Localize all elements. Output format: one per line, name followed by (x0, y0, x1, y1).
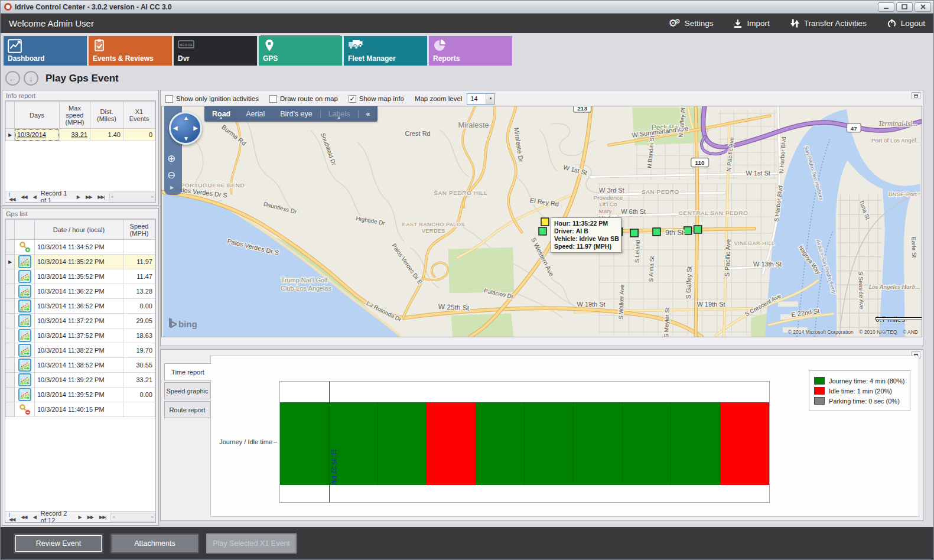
prev-record-button[interactable]: ◀ (32, 194, 37, 200)
last-record-button[interactable]: ▶▶| (96, 194, 105, 200)
gps-marker[interactable] (684, 227, 692, 235)
timeline-segment-journey (574, 402, 623, 486)
zoom-in-icon[interactable]: ⊕ (167, 154, 175, 164)
tooltip-line: Vehicle: idrive Van SB (554, 235, 618, 243)
next-record-button[interactable]: ▶ (77, 515, 83, 520)
fast-next-record-button[interactable]: ▶▶ (84, 194, 93, 200)
gps-marker[interactable] (539, 227, 546, 235)
gps-row[interactable]: 10/3/2014 11:38:52 PM30.55 (6, 358, 155, 373)
col-speed[interactable]: Speed (MPH) (123, 220, 155, 240)
map-style-labels[interactable]: Labels▲ (320, 110, 359, 118)
map-label: W 6th St (621, 208, 646, 215)
fast-next-record-button[interactable]: ▶▶ (86, 515, 95, 520)
footer-bar: Review EventAttachmentsPlay Selected X1 … (1, 527, 933, 559)
pan-down-icon[interactable]: ▼ (183, 135, 189, 142)
gps-marker[interactable] (653, 228, 660, 236)
info-report-row[interactable]: ▶ 10/3/2014 33.21 1.40 0 (6, 129, 155, 141)
app-window: Idrive Control Center - 3.0.2 version - … (0, 0, 934, 560)
map-style-road[interactable]: Road▲ (204, 110, 238, 118)
fast-prev-record-button[interactable]: ◀◀ (19, 515, 28, 520)
settings-button[interactable]: ⚙⚙ Settings (669, 18, 714, 28)
chevron-down-icon[interactable]: ▼ (486, 94, 494, 104)
minimize-button[interactable] (878, 2, 894, 12)
tab-route-report[interactable]: Route report (164, 401, 210, 418)
trucks-icon (347, 38, 363, 54)
svg-text:MERGE: MERGE (180, 43, 193, 47)
next-record-button[interactable]: ▶ (76, 194, 81, 200)
gps-row[interactable]: 10/3/2014 11:34:52 PM (6, 240, 155, 255)
gps-row[interactable]: 10/3/2014 11:37:22 PM29.05 (6, 314, 155, 328)
gps-marker[interactable] (541, 218, 549, 226)
tab-gps[interactable]: GPS (259, 36, 342, 66)
gps-row[interactable]: 10/3/2014 11:37:52 PM18.63 (6, 328, 155, 343)
tab-reports[interactable]: Reports (429, 36, 512, 66)
prev-record-button[interactable]: ◀ (32, 515, 37, 520)
checkbox-label: Show map info (359, 95, 404, 102)
record-scrollbar[interactable]: ◂▸ (109, 193, 155, 201)
down-button[interactable]: ↓ (24, 71, 38, 86)
map-label: CENTRAL SAN PEDRO (679, 210, 748, 216)
fast-prev-record-button[interactable]: ◀◀ (19, 194, 28, 200)
record-scrollbar[interactable]: ◂▸ (110, 513, 155, 522)
gps-point-icon (15, 299, 35, 314)
checkbox-box[interactable] (165, 95, 173, 103)
attachments-button[interactable]: Attachments (110, 533, 199, 554)
map-toolbar-collapse-button[interactable]: « (359, 110, 377, 118)
checkbox-box[interactable] (269, 95, 277, 103)
checkbox-draw-route-on-map[interactable]: Draw route on map (269, 95, 338, 103)
col-dist[interactable]: Dist. (Miles) (90, 102, 123, 129)
route-shield: 47 (847, 123, 861, 132)
pan-left-icon[interactable]: ◀ (173, 125, 178, 131)
maximize-button[interactable] (896, 2, 913, 12)
gps-row[interactable]: 10/3/2014 11:35:52 PM11.47 (6, 269, 155, 284)
tab-time-report[interactable]: Time report (164, 363, 211, 380)
gps-row[interactable]: ▶10/3/2014 11:35:22 PM11.97 (6, 255, 155, 269)
gps-row[interactable]: 10/3/2014 11:39:52 PM0.00 (6, 388, 155, 402)
pie-chart-icon (432, 38, 448, 54)
col-x1-events[interactable]: X1 Events (123, 102, 155, 129)
checkbox-show-only-ignition-activities[interactable]: Show only ignition activities (165, 95, 259, 103)
first-record-button[interactable]: |◀◀ (8, 512, 16, 522)
gps-marker[interactable] (630, 229, 638, 237)
map-label: Miraleste (458, 121, 489, 129)
gps-row[interactable]: 10/3/2014 11:39:22 PM33.21 (6, 373, 155, 388)
map[interactable]: 21311047 MiralesteCrest RdMiraleste DrBu… (161, 106, 922, 337)
gps-marker[interactable] (694, 226, 702, 233)
collapse-map-panel-button[interactable] (912, 92, 920, 99)
tab-fleet-manager[interactable]: Fleet Manager (344, 36, 427, 66)
zoom-out-icon[interactable]: ⊖ (167, 170, 175, 180)
checkbox-show-map-info[interactable]: ✓Show map info (349, 95, 404, 103)
review-event-button[interactable]: Review Event (14, 533, 103, 554)
gps-speed (123, 240, 155, 255)
map-compass-control[interactable]: ▲ ▼ ◀ ▶ (169, 112, 202, 145)
map-style-bird-s-eye[interactable]: Bird's eye (272, 110, 320, 118)
strip-expand-icon[interactable]: ▶ (170, 185, 174, 190)
col-max-speed[interactable]: Max speed (MPH) (60, 102, 90, 129)
col-days[interactable]: Days (15, 102, 60, 129)
back-button[interactable]: ← (5, 71, 20, 86)
gps-row[interactable]: 10/3/2014 11:40:15 PM (6, 402, 155, 417)
pan-right-icon[interactable]: ▶ (193, 125, 198, 131)
gps-row[interactable]: 10/3/2014 11:36:22 PM13.28 (6, 284, 155, 299)
col-datetime[interactable]: Date / hour (local) (35, 220, 123, 240)
tab-label: Dvr (178, 54, 190, 63)
logout-button[interactable]: Logout (887, 18, 925, 28)
pan-up-icon[interactable]: ▲ (183, 115, 189, 121)
map-zoom-level-select[interactable]: 14▼ (467, 93, 495, 105)
first-record-button[interactable]: |◀◀ (8, 191, 16, 202)
tab-dvr[interactable]: MERGEDvr (174, 36, 257, 66)
tab-label: Reports (433, 54, 460, 63)
transfer-activities-button[interactable]: Transfer Activities (790, 18, 867, 28)
tab-speed-graphic[interactable]: Speed graphic (164, 382, 210, 399)
tab-events-reviews[interactable]: Events & Reviews (89, 36, 172, 66)
map-style-aerial[interactable]: Aerial (238, 110, 272, 118)
tab-dashboard[interactable]: Dashboard (4, 36, 87, 66)
checkbox-box[interactable]: ✓ (349, 95, 356, 103)
dvr-box-icon: MERGE (177, 38, 193, 54)
gps-row[interactable]: 10/3/2014 11:38:22 PM19.70 (6, 343, 155, 358)
import-button[interactable]: Import (733, 19, 769, 28)
gps-datetime: 10/3/2014 11:37:22 PM (35, 314, 123, 328)
close-button[interactable] (915, 2, 931, 12)
last-record-button[interactable]: ▶▶| (98, 515, 107, 520)
gps-row[interactable]: 10/3/2014 11:36:52 PM0.00 (6, 299, 155, 314)
